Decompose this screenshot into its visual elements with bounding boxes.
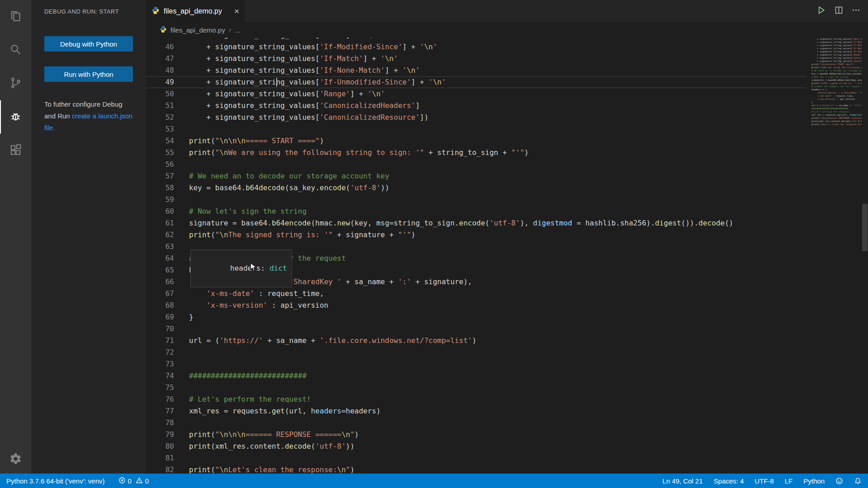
feedback-smiley-icon[interactable] [835, 477, 843, 485]
tab-files-api-demo[interactable]: files_api_demo.py × [146, 0, 245, 22]
code-line[interactable]: 82print("\nLet's clean the response:\n") [146, 464, 807, 474]
sidebar-item-source-control[interactable] [0, 67, 31, 100]
eol-status[interactable]: LF [785, 477, 793, 485]
code-line[interactable]: 78 [146, 417, 807, 429]
code-line[interactable]: 51 + signature_string_values['Canonicali… [146, 100, 807, 112]
minimap[interactable]: + signature_string_values['Date'] + '\n'… [810, 38, 862, 126]
code-line[interactable]: 80print(xml_res.content.decode('utf-8')) [146, 441, 807, 452]
gear-icon [9, 452, 22, 467]
sidebar-item-run-and-debug[interactable] [0, 100, 31, 134]
warning-icon [134, 477, 143, 485]
python-interpreter-status[interactable]: Python 3.7.6 64-bit ('venv': venv) [6, 477, 105, 485]
editor-group: files_api_demo.py × files_api_demo.py › … [146, 0, 868, 474]
code-line[interactable]: 45 + signature_string_values['Date'] + '… [146, 38, 807, 41]
code-line[interactable]: 59 [146, 194, 807, 206]
code-editor[interactable]: 45 + signature_string_values['Date'] + '… [146, 38, 868, 474]
sidebar-item-search[interactable] [0, 33, 31, 67]
run-with-python-button[interactable]: Run with Python [44, 66, 133, 82]
encoding-status[interactable]: UTF-8 [755, 477, 774, 485]
code-line[interactable]: 79print("\n\n\n====== RESPONSE ======\n"… [146, 429, 807, 441]
code-line[interactable]: 57# We need an to decode our storage acc… [146, 170, 807, 182]
editor-actions [816, 0, 868, 22]
breadcrumb-more[interactable]: ... [235, 26, 241, 34]
workbench: DEBUG AND RUN: START Debug with Python R… [0, 0, 868, 474]
settings-button[interactable] [0, 446, 31, 474]
python-file-icon [160, 26, 167, 34]
status-bar-right: Ln 49, Col 21 Spaces: 4 UTF-8 LF Python [662, 477, 862, 485]
code-line[interactable]: 62print("\nThe signed string is: '" + si… [146, 229, 807, 241]
code-line[interactable]: 60# Now let's sign the string [146, 206, 807, 217]
source-control-icon [9, 76, 22, 91]
minimap-content: + signature_string_values['Date'] + '\n'… [810, 38, 862, 126]
code-line[interactable]: 70 [146, 323, 807, 335]
tab-bar: files_api_demo.py × [146, 0, 868, 22]
language-mode-status[interactable]: Python [803, 477, 825, 485]
code-line[interactable]: 49 + signature_string_values['If-Unmodif… [146, 76, 807, 88]
code-line[interactable]: 52 + signature_string_values['Canonicali… [146, 112, 807, 123]
notifications-bell-icon[interactable] [854, 477, 862, 485]
code-line[interactable]: 76# Let's perform the request! [146, 394, 807, 405]
code-line[interactable]: 55print("\nWe are using the following st… [146, 147, 807, 159]
code-line[interactable]: 46 + signature_string_values['If-Modifie… [146, 41, 807, 53]
indentation-status[interactable]: Spaces: 4 [714, 477, 744, 485]
error-count: 0 [128, 477, 132, 485]
code-line[interactable]: 72 [146, 347, 807, 358]
split-editor-icon[interactable] [834, 5, 844, 17]
warning-count: 0 [145, 477, 149, 485]
python-file-icon [151, 6, 160, 16]
error-icon [117, 477, 126, 485]
breadcrumb-file[interactable]: files_api_demo.py [170, 26, 225, 34]
code-line[interactable]: 69} [146, 311, 807, 323]
code-line[interactable]: 50 + signature_string_values['Range'] + … [146, 88, 807, 100]
more-actions-icon[interactable] [851, 5, 861, 17]
problems-indicator[interactable]: 0 0 [117, 477, 149, 485]
breadcrumb[interactable]: files_api_demo.py › ... [146, 22, 868, 38]
mouse-cursor-icon [249, 262, 259, 274]
debug-sidebar: DEBUG AND RUN: START Debug with Python R… [31, 0, 146, 474]
code-line[interactable]: 53 [146, 123, 807, 135]
run-button[interactable] [816, 5, 826, 17]
search-icon [9, 43, 22, 58]
code-line[interactable]: 77xml_res = requests.get(url, headers=he… [146, 405, 807, 417]
tab-label: files_api_demo.py [164, 7, 222, 15]
code-line[interactable]: 75 [146, 382, 807, 394]
code-line[interactable]: 54print("\n\n\n===== START ====") [146, 135, 807, 147]
chevron-right-icon: › [229, 26, 231, 34]
vertical-scrollbar[interactable] [862, 204, 868, 251]
tooltip-variable-type: dict [269, 264, 287, 272]
sidebar-item-explorer[interactable] [0, 0, 31, 33]
code-line[interactable]: 58key = base64.b64decode(sa_key.encode('… [146, 182, 807, 194]
code-line[interactable]: 61signature = base64.b64encode(hmac.new(… [146, 217, 807, 229]
sidebar-hint: To futher configure Debug and Run create… [44, 99, 135, 134]
code-line[interactable]: 81 [146, 452, 807, 464]
extensions-icon [9, 143, 22, 158]
code-line[interactable]: 48 + signature_string_values['If-None-Ma… [146, 65, 807, 76]
code-line[interactable]: 73 [146, 358, 807, 370]
code-line[interactable]: 67 'x-ms-date' : request_time, [146, 288, 807, 300]
debug-with-python-button[interactable]: Debug with Python [44, 36, 133, 52]
status-bar: Python 3.7.6 64-bit ('venv': venv) 0 0 L… [0, 474, 868, 488]
code-line[interactable]: 47 + signature_string_values['If-Match']… [146, 53, 807, 65]
activity-bar [0, 0, 31, 474]
activity-bar-spacer [0, 167, 31, 446]
code-line[interactable]: 68 'x-ms-version' : api_version [146, 300, 807, 311]
code-line[interactable]: 56 [146, 159, 807, 170]
close-icon[interactable]: × [234, 7, 239, 15]
explorer-icon [9, 9, 22, 24]
sidebar-title: DEBUG AND RUN: START [44, 8, 133, 15]
hover-tooltip: headers:dict [190, 249, 292, 287]
code-line[interactable]: 74########################### [146, 370, 807, 382]
cursor-position-status[interactable]: Ln 49, Col 21 [662, 477, 703, 485]
code-line[interactable]: 71url = ('https://' + sa_name + '.file.c… [146, 335, 807, 347]
tooltip-variable-name: headers: [230, 264, 265, 272]
sidebar-item-extensions[interactable] [0, 134, 31, 167]
debug-icon [9, 110, 22, 125]
